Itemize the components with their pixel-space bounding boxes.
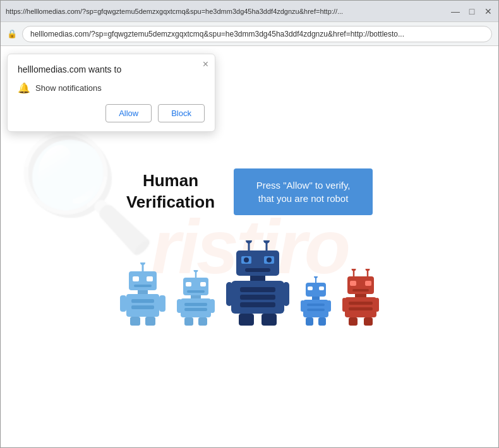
popup-title: helllomedias.com wants to xyxy=(18,64,205,74)
svg-rect-58 xyxy=(306,317,313,326)
svg-rect-37 xyxy=(245,268,270,272)
svg-rect-11 xyxy=(159,295,165,312)
verification-title: Human Verification xyxy=(126,170,215,213)
svg-rect-71 xyxy=(349,307,373,310)
allow-button[interactable]: Allow xyxy=(105,104,152,122)
svg-rect-51 xyxy=(319,286,324,290)
svg-rect-6 xyxy=(138,290,148,294)
title-bar-url: https://helllomedias.com/?sp=gfqwgztemu5… xyxy=(6,8,447,15)
svg-point-48 xyxy=(314,276,318,278)
verification-title-line1: Human xyxy=(143,171,198,190)
svg-rect-10 xyxy=(120,295,126,312)
robot-5 xyxy=(342,269,379,326)
svg-rect-40 xyxy=(240,287,275,292)
svg-point-29 xyxy=(246,240,252,244)
svg-rect-74 xyxy=(349,317,358,326)
browser-window: https://helllomedias.com/?sp=gfqwgztemu5… xyxy=(0,0,499,448)
svg-point-36 xyxy=(267,257,272,262)
verification-section: Human Verification Press "Allow" to veri… xyxy=(126,168,373,215)
svg-rect-25 xyxy=(210,299,215,313)
svg-rect-66 xyxy=(365,281,371,286)
verification-title-line2: Verification xyxy=(126,192,215,211)
popup-close-button[interactable]: × xyxy=(203,59,208,69)
svg-rect-13 xyxy=(145,317,155,326)
svg-point-63 xyxy=(366,269,370,271)
robot-2 xyxy=(177,270,215,326)
svg-point-35 xyxy=(244,257,249,262)
title-bar: https://helllomedias.com/?sp=gfqwgztemu5… xyxy=(1,1,498,22)
close-button[interactable]: ✕ xyxy=(483,6,493,16)
robots-row xyxy=(120,240,379,326)
allow-prompt-box: Press "Allow" to verify, that you are no… xyxy=(234,168,373,215)
popup-buttons: Allow Block xyxy=(18,104,205,122)
svg-rect-24 xyxy=(177,299,182,313)
svg-rect-73 xyxy=(375,298,379,312)
svg-rect-67 xyxy=(352,289,369,292)
popup-notification-text: Show notifications xyxy=(35,83,102,93)
maximize-button[interactable]: □ xyxy=(467,6,477,16)
svg-rect-26 xyxy=(184,317,193,326)
svg-rect-19 xyxy=(187,290,205,293)
svg-point-15 xyxy=(194,270,198,273)
minimize-button[interactable]: — xyxy=(450,6,460,16)
robot-3 xyxy=(226,240,289,326)
svg-rect-20 xyxy=(191,295,201,298)
address-bar-row: 🔒 helllomedias.com/?sp=gfqwgztemu5demzxg… xyxy=(1,22,498,46)
title-bar-controls: — □ ✕ xyxy=(450,6,493,16)
svg-rect-52 xyxy=(312,297,320,300)
svg-rect-68 xyxy=(355,294,366,297)
svg-rect-46 xyxy=(262,314,277,326)
svg-rect-18 xyxy=(200,282,206,286)
robot-4 xyxy=(301,276,331,326)
svg-point-61 xyxy=(352,269,356,271)
svg-rect-56 xyxy=(301,300,304,312)
svg-rect-45 xyxy=(239,314,254,326)
block-button[interactable]: Block xyxy=(158,104,205,122)
svg-rect-3 xyxy=(133,276,139,281)
svg-rect-50 xyxy=(308,286,313,290)
svg-rect-22 xyxy=(184,303,207,306)
lock-icon: 🔒 xyxy=(7,29,17,38)
svg-rect-75 xyxy=(364,317,373,326)
svg-point-31 xyxy=(263,240,270,244)
popup-notification-row: 🔔 Show notifications xyxy=(18,82,205,94)
svg-rect-27 xyxy=(198,317,207,326)
svg-rect-43 xyxy=(226,282,232,306)
svg-rect-57 xyxy=(327,300,331,312)
svg-rect-54 xyxy=(307,304,325,306)
svg-rect-23 xyxy=(184,308,207,311)
svg-rect-38 xyxy=(250,276,265,281)
notification-popup: × helllomedias.com wants to 🔔 Show notif… xyxy=(7,54,215,132)
robot-1 xyxy=(120,262,165,326)
svg-rect-17 xyxy=(186,282,191,286)
bell-icon: 🔔 xyxy=(18,82,30,94)
svg-rect-5 xyxy=(134,285,152,287)
svg-rect-41 xyxy=(240,295,275,300)
svg-rect-9 xyxy=(131,305,154,309)
svg-rect-70 xyxy=(349,302,373,305)
svg-rect-59 xyxy=(318,317,326,326)
svg-rect-12 xyxy=(130,317,140,326)
page-content: × helllomedias.com wants to 🔔 Show notif… xyxy=(1,46,498,447)
svg-rect-72 xyxy=(342,298,346,312)
address-bar[interactable]: helllomedias.com/?sp=gfqwgztemu5demzxgqx… xyxy=(22,26,492,42)
svg-rect-42 xyxy=(240,302,275,307)
svg-rect-44 xyxy=(283,282,289,306)
svg-point-1 xyxy=(140,262,145,265)
svg-rect-8 xyxy=(131,299,154,303)
svg-rect-55 xyxy=(307,309,325,311)
svg-rect-4 xyxy=(147,276,153,281)
svg-rect-65 xyxy=(350,281,356,286)
